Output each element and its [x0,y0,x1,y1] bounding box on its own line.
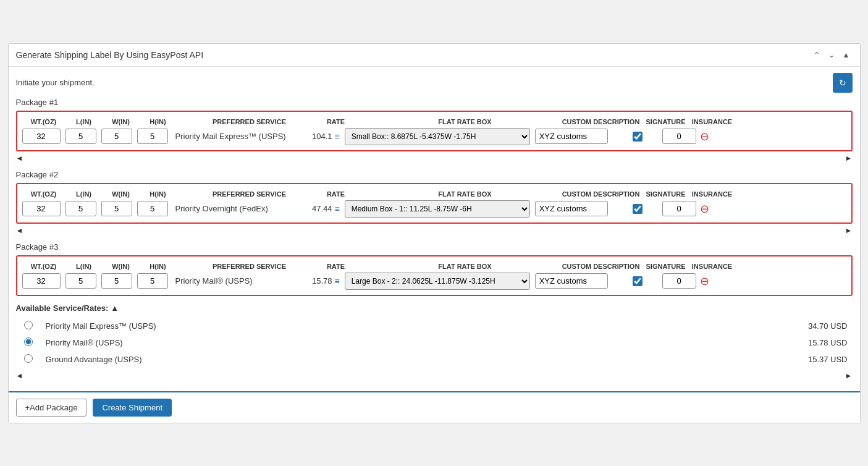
package-3-row: Priority Mail® (USPS) 15.78 ≡ Large Box … [22,273,846,290]
rate-radio-cell-1 [16,334,41,351]
package-3-label: Package #3 [16,242,853,252]
package-1-delete-button[interactable]: ⊖ [700,130,709,143]
package-2-list-icon[interactable]: ≡ [335,204,340,214]
package-1-wt-input[interactable] [22,129,61,144]
package-3-service: Priority Mail® (USPS) [175,276,299,286]
package-1-ins-input[interactable] [662,129,696,144]
col-service-header-3: PREFERRED SERVICE [182,263,318,270]
col-desc-header-2: CUSTOM DESCRIPTION [561,190,641,198]
package-3-l-input[interactable] [65,273,96,289]
package-2-label: Package #2 [16,170,853,179]
initiate-label: Initiate your shipment. [16,78,95,87]
package-2-wt-input[interactable] [22,201,61,216]
expand-button[interactable]: ▲ [840,49,853,61]
package-2-delete-button[interactable]: ⊖ [700,202,709,216]
package-2-w-input[interactable] [101,201,132,216]
col-rate-header: RATE [318,118,355,125]
col-sig-header: SIGNATURE [641,118,691,125]
package-1-flatrate-select[interactable]: Small Box:: 8.6875L -5.4375W -1.75H [345,128,530,145]
page-title: Generate Shipping Label By Using EasyPos… [16,50,204,60]
package-1-rate: 104.1 [303,132,332,141]
package-3-desc-input[interactable] [535,273,608,289]
package-1-label: Package #1 [16,98,853,107]
package-3-header: Wt.(OZ) L(IN) W(IN) H(IN) PREFERRED SERV… [22,261,846,273]
package-1-sig-checkbox[interactable] [633,132,643,142]
package-3-h-input[interactable] [137,273,168,289]
col-h-header: H(IN) [140,118,177,125]
package-1-header: Wt.(OZ) L(IN) W(IN) H(IN) PREFERRED SERV… [22,117,846,128]
package-1-desc-input[interactable] [535,129,608,144]
rate-row-1: Priority Mail® (USPS) 15.78 USD [16,334,853,351]
package-2-header: Wt.(OZ) L(IN) W(IN) H(IN) PREFERRED SERV… [22,189,846,200]
collapse-up-button[interactable]: ⌃ [811,49,823,61]
rate-radio-cell-0 [16,318,41,334]
package-2-sig-cell [613,204,662,214]
package-1-row: Priority Mail Express™ (USPS) 104.1 ≡ Sm… [22,128,846,145]
package-2-box: Wt.(OZ) L(IN) W(IN) H(IN) PREFERRED SERV… [16,183,853,224]
col-w-header-2: W(IN) [103,190,140,198]
package-1-section: Package #1 Wt.(OZ) L(IN) W(IN) H(IN) PRE… [16,98,853,163]
package-2-flatrate-select[interactable]: Medium Box - 1:: 11.25L -8.75W -6H [345,200,530,218]
package-2-rate: 47.44 [303,204,332,213]
col-service-header: PREFERRED SERVICE [182,118,318,125]
package-2-section: Package #2 Wt.(OZ) L(IN) W(IN) H(IN) PRE… [16,170,853,235]
rate-radio-1[interactable] [24,337,33,346]
package-3-flatrate-select[interactable]: Large Box - 2:: 24.0625L -11.875W -3.125… [345,273,530,290]
package-3-box: Wt.(OZ) L(IN) W(IN) H(IN) PREFERRED SERV… [16,255,853,296]
package-2-row: Priority Overnight (FedEx) 47.44 ≡ Mediu… [22,200,846,218]
rate-label-0: Priority Mail Express™ (USPS) [41,318,617,334]
refresh-button[interactable]: ↻ [833,73,853,93]
package-1-l-input[interactable] [65,129,96,144]
package-3-sig-checkbox[interactable] [633,276,643,286]
rate-row-2: Ground Advantage (USPS) 15.37 USD [16,351,853,368]
col-w-header-3: W(IN) [103,263,140,270]
col-h-header-2: H(IN) [140,190,177,198]
available-rates-title: Available Service/Rates: ▲ [16,303,853,313]
package-2-sig-checkbox[interactable] [633,204,643,214]
package-1-box: Wt.(OZ) L(IN) W(IN) H(IN) PREFERRED SERV… [16,111,853,151]
col-ins-header-2: INSURANCE [691,190,734,198]
package-1-h-input[interactable] [137,129,168,144]
create-shipment-button[interactable]: Create Shipment [93,399,172,417]
package-3-section: Package #3 Wt.(OZ) L(IN) W(IN) H(IN) PRE… [16,242,853,296]
rate-price-1: 15.78 USD [617,334,853,351]
package-3-delete-button[interactable]: ⊖ [700,274,709,288]
package-3-rate: 15.78 [303,276,332,286]
available-rates-section: Available Service/Rates: ▲ Priority Mail… [16,303,853,380]
rate-label-2: Ground Advantage (USPS) [41,351,617,368]
package-1-list-icon[interactable]: ≡ [335,132,340,142]
package-2-l-input[interactable] [65,201,96,216]
package-2-desc-input[interactable] [535,201,608,216]
col-sig-header-2: SIGNATURE [641,190,691,198]
main-container: Generate Shipping Label By Using EasyPos… [8,43,861,423]
rate-radio-cell-2 [16,351,41,368]
rate-label-1: Priority Mail® (USPS) [41,334,617,351]
package-3-wt-input[interactable] [22,273,61,289]
package-1-service: Priority Mail Express™ (USPS) [175,132,299,141]
col-service-header-2: PREFERRED SERVICE [182,190,318,198]
rate-price-2: 15.37 USD [617,351,853,368]
col-w-header: W(IN) [103,118,140,125]
available-rates-toggle[interactable]: ▲ [111,303,119,313]
rate-row-0: Priority Mail Express™ (USPS) 34.70 USD [16,318,853,334]
rate-radio-0[interactable] [24,321,33,329]
col-ins-header: INSURANCE [691,118,734,125]
package-2-h-input[interactable] [137,201,168,216]
package-1-scroll: ◄ ► [16,154,853,163]
content-area: Initiate your shipment. ↻ Package #1 Wt.… [9,67,860,391]
package-3-ins-input[interactable] [662,273,696,289]
col-wt-header-3: Wt.(OZ) [22,263,65,270]
col-rate-header-2: RATE [318,190,355,198]
add-package-button[interactable]: +Add Package [16,399,87,417]
col-wt-header-2: Wt.(OZ) [22,190,65,198]
package-2-service: Priority Overnight (FedEx) [175,204,299,213]
package-3-w-input[interactable] [101,273,132,289]
rate-radio-2[interactable] [24,354,33,363]
collapse-down-button[interactable]: ⌄ [825,49,838,61]
rate-price-0: 34.70 USD [617,318,853,334]
package-1-w-input[interactable] [101,129,132,144]
package-2-ins-input[interactable] [662,201,696,216]
col-l-header-2: L(IN) [65,190,103,198]
available-rates-label: Available Service/Rates: [16,303,109,313]
package-3-list-icon[interactable]: ≡ [335,276,340,286]
